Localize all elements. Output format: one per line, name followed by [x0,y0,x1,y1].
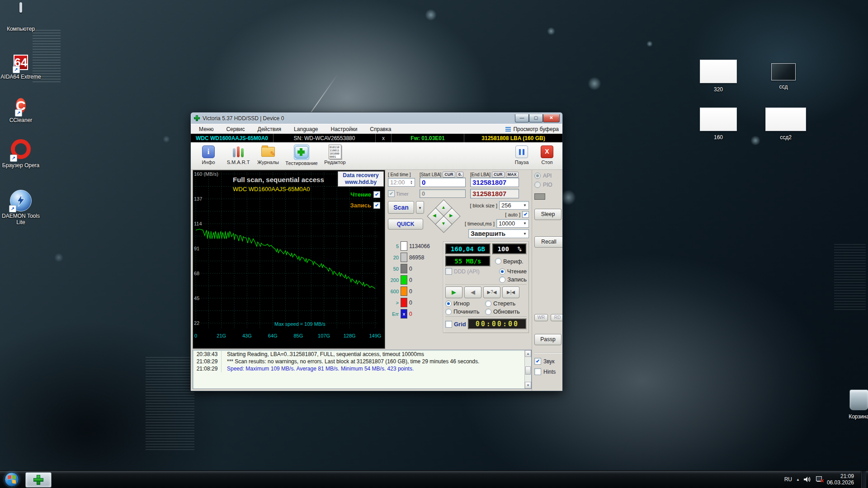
scan-button[interactable]: Scan [388,201,414,214]
bokeh-dot [425,9,437,21]
ddd-checkbox[interactable] [445,268,452,275]
start-lba-zero-button[interactable]: 0. [457,172,464,178]
language-indicator[interactable]: RU [784,476,792,483]
menu-item-help[interactable]: Справка [363,126,397,132]
show-desktop-button[interactable] [861,471,866,488]
menu-item-settings[interactable]: Настройки [325,126,364,132]
verify-radio[interactable] [495,258,501,264]
spin-down-icon[interactable]: ▼ [410,183,413,185]
quick-button[interactable]: QUICK [388,219,423,230]
right-panel-bottom: ✔ Звук Hints [532,348,562,391]
taskbar-victoria-button[interactable] [25,472,52,488]
close-button[interactable]: ✕ [543,114,560,122]
editor-button[interactable]: 010110 110011 101000 0001 Редактор [320,144,350,165]
smart-button[interactable]: S.M.A.R.T [223,144,253,165]
refresh-radio[interactable] [485,309,491,315]
grid-checkbox[interactable] [445,321,452,328]
end-lba-max-button[interactable]: MAX [506,172,519,178]
desktop-icon-daemon-tools[interactable]: ↗ DAEMON Tools Lite [0,190,44,225]
device-lba: 312581808 LBA (160 GB) [464,134,562,142]
led-row-over: > 0 [388,297,441,308]
tray-expand-icon[interactable]: ▲ [796,478,800,482]
desktop-icon-ssd2[interactable]: ссд2 [764,108,807,141]
scan-dropdown-button[interactable]: ▼ [416,201,424,214]
end-lba-input[interactable]: 312581807 [470,178,519,187]
windows-flag-icon [8,475,11,479]
journals-button[interactable]: ✎ Журналы [253,144,283,165]
testing-button[interactable]: Тестирование [283,144,320,166]
log-scrollbar[interactable]: ▲ ▼ [524,350,531,389]
auto-label: [ auto ] [505,212,520,217]
bokeh-dot [646,41,653,47]
menu-item-service[interactable]: Сервис [220,126,251,132]
desktop-icon-ccleaner[interactable]: C ↗ CCleaner [0,96,44,123]
title-bar[interactable]: Victoria 5.37 HDD/SSD | Device 0 — ▢ ✕ [191,113,562,124]
desktop-icon-ssd[interactable]: ссд [764,63,803,90]
remap-radio[interactable] [445,309,452,315]
desktop-icon-opera[interactable]: ↗ Браузер Opera [0,139,44,169]
pause-button[interactable]: Пауза [509,144,534,165]
read-checkbox[interactable]: ✔ [373,191,380,198]
desktop-icon-aida64[interactable]: 64 ↗ AIDA64 Extreme [0,52,44,80]
info-label: Инфо [202,160,215,165]
action-select[interactable]: Завершить ▼ [468,229,529,238]
read-radio[interactable] [499,268,505,275]
start-scan-button[interactable]: ▶ [445,286,462,298]
sleep-button[interactable]: Sleep [534,209,561,220]
minimize-button[interactable]: — [515,114,529,122]
ignore-radio[interactable] [445,300,452,307]
smart-icon [233,146,244,157]
passp-button[interactable]: Passp [534,334,561,345]
sound-checkbox[interactable]: ✔ [534,358,541,365]
clock[interactable]: 21:09 06.03.2026 [827,473,857,486]
desktop-icon-320[interactable]: 320 [699,60,738,93]
menu-item-menu[interactable]: Меню [193,126,220,132]
recall-button[interactable]: Recall [534,236,562,248]
block-size-select[interactable]: 256 ▼ [499,201,529,210]
api-radio[interactable] [534,173,541,179]
scroll-down-icon[interactable]: ▼ [525,382,531,389]
wr-button[interactable]: WR [534,314,548,321]
info-button[interactable]: i Инфо [193,144,223,165]
rd-button[interactable]: RD [551,314,562,321]
start-button[interactable] [5,472,19,487]
timer-input: 0 [420,189,466,198]
led-row-5: 5 1134066 [388,240,441,252]
back-button[interactable]: ◀ [464,286,481,298]
start-lba-input[interactable]: 0 [420,178,466,187]
menu-item-language[interactable]: Language [288,126,324,132]
start-lba-cur-button[interactable]: CUR [443,172,455,178]
scrollbar-thumb[interactable] [525,366,531,375]
write-checkbox-row: Запись ✔ [350,202,380,209]
buffer-view-button[interactable]: Просмотр буфера [505,126,561,132]
seek-end-button[interactable]: ▶|◀ [502,286,519,298]
scroll-up-icon[interactable]: ▲ [525,350,531,357]
watermark-line1: Data recovery [338,172,383,179]
network-icon[interactable]: ✕ [815,476,823,483]
file-thumbnail-icon [700,108,737,131]
desktop-icon-recycle-bin[interactable]: Корзина [837,389,868,420]
sound-checkbox-row: ✔ Звук [534,358,562,365]
erase-radio[interactable] [485,300,491,307]
hints-checkbox[interactable] [534,368,541,375]
device-info-bar: WDC WD1600AAJS-65M0A0 SN: WD-WCAV2655388… [191,134,562,142]
network-error-icon: ✕ [820,478,824,484]
seek-question-button[interactable]: ▶?◀ [483,286,500,298]
write-radio[interactable] [499,277,505,283]
desktop-icon-160[interactable]: 160 [699,108,738,141]
device-close-button[interactable]: x [376,134,392,142]
pio-radio[interactable] [534,182,541,188]
maximize-button[interactable]: ▢ [529,114,543,122]
timer-checkbox[interactable]: ✔ [388,190,395,197]
led-600-icon [401,286,407,296]
write-checkbox[interactable]: ✔ [373,202,380,209]
desktop-icon-computer[interactable]: Компьютер [0,4,44,32]
auto-checkbox[interactable]: ✔ [522,211,529,218]
end-lba-cur-button[interactable]: CUR [492,172,505,178]
volume-icon[interactable] [804,476,811,483]
log-line: 21:08:29 *** Scan results: no warnings, … [193,358,531,365]
end-time-spinner[interactable]: 12:00 ▲ ▼ [388,178,415,187]
menu-item-actions[interactable]: Действия [251,126,288,132]
stop-button[interactable]: X Стоп [534,144,560,165]
timeout-select[interactable]: 10000 ▼ [496,219,529,228]
